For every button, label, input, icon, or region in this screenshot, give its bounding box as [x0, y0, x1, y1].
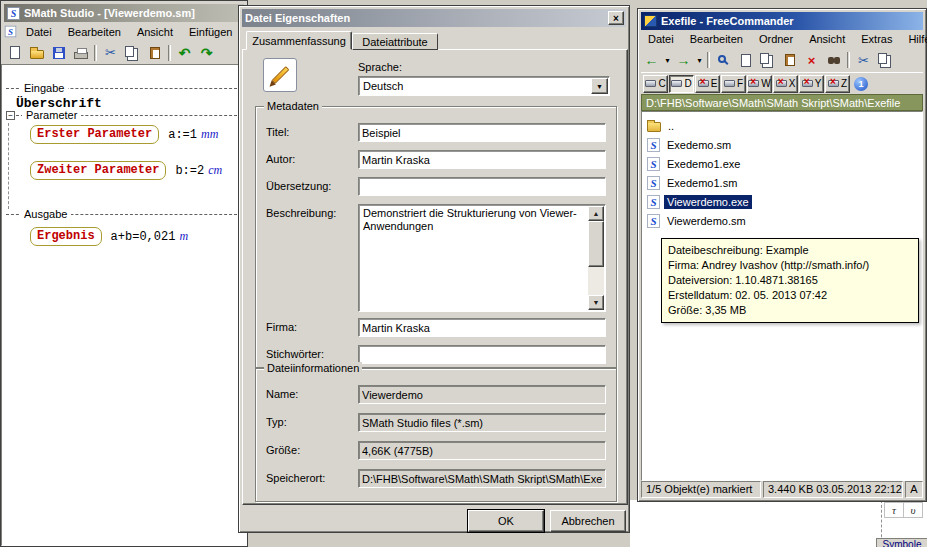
scroll-thumb[interactable] [588, 221, 604, 267]
math-region[interactable]: Zweiter Parameter b:=2 cm [30, 161, 222, 180]
open-file-button[interactable] [26, 43, 47, 63]
drive-button-y[interactable]: Y [799, 75, 824, 93]
drive-letter: W [761, 78, 770, 89]
file-row[interactable]: Exedemo1.sm [642, 173, 922, 192]
menu-bearbeiten[interactable]: Bearbeiten [683, 31, 750, 47]
math-expression[interactable]: a:=1 [168, 128, 197, 142]
math-region[interactable]: Erster Parameter a:=1 mm [30, 125, 218, 144]
drive-button-c[interactable]: C [643, 75, 668, 93]
drive-button-d[interactable]: D [669, 75, 694, 93]
copy-button[interactable] [122, 43, 143, 63]
edit-button[interactable] [735, 50, 756, 70]
drive-button-e[interactable]: E [695, 75, 720, 93]
math-unit: mm [201, 127, 218, 142]
save-button[interactable] [48, 43, 69, 63]
row-uebersetzung: Übersetzung: [266, 177, 606, 197]
beschreibung-textarea[interactable]: Demonstriert die Strukturierung von View… [358, 204, 606, 312]
cancel-button[interactable]: Abbrechen [550, 510, 626, 532]
smath-titlebar[interactable]: SMath Studio - [Viewerdemo.sm] [4, 4, 244, 22]
cut-button[interactable]: ✂ [100, 43, 121, 63]
region-label-box[interactable]: Erster Parameter [30, 125, 159, 144]
file-row-selected[interactable]: Viewerdemo.exe [642, 192, 922, 211]
copy-to-clipboard-button[interactable] [875, 50, 896, 70]
math-region[interactable]: Ergebnis a+b=0,021 m [30, 227, 188, 246]
smath-file-icon [647, 195, 660, 209]
copy-button[interactable] [757, 50, 778, 70]
menu-einfuegen[interactable]: Einfügen [182, 24, 239, 40]
open-folder-icon [30, 50, 44, 59]
region-label-box[interactable]: Zweiter Parameter [30, 161, 166, 180]
fc-titlebar[interactable]: Exefile - FreeCommander [641, 12, 923, 30]
math-expression[interactable]: b:=2 [175, 164, 204, 178]
menu-extras[interactable]: Extras [854, 31, 899, 47]
scrollbar[interactable]: ▲ ▼ [588, 206, 604, 310]
file-row[interactable]: Exedemo1.exe [642, 154, 922, 173]
tab-dateiattribute[interactable]: Dateiattribute [352, 33, 438, 50]
binoculars-icon [828, 57, 834, 64]
drive-icon [748, 80, 759, 87]
palette-symbol-button[interactable]: τ [884, 502, 904, 518]
menu-ordner[interactable]: Ordner [752, 31, 800, 47]
palette-symbol-button[interactable]: υ [903, 502, 923, 518]
drive-button-f[interactable]: F [721, 75, 746, 93]
file-row-parent[interactable]: .. [642, 116, 922, 135]
beschreibung-label: Beschreibung: [266, 207, 336, 219]
drive-button-w[interactable]: W [747, 75, 772, 93]
file-row[interactable]: Exedemo.sm [642, 135, 922, 154]
file-row[interactable]: Viewerdemo.sm [642, 211, 922, 230]
combo-dropdown-button[interactable]: ▼ [591, 78, 608, 94]
network-icon[interactable]: 1 [854, 77, 868, 91]
drive-icon [802, 80, 813, 87]
scroll-up-button[interactable]: ▲ [588, 206, 604, 221]
autor-input[interactable] [358, 150, 606, 169]
uebersetzung-input[interactable] [358, 177, 606, 196]
drive-button-x[interactable]: X [773, 75, 798, 93]
collapse-toggle[interactable]: − [6, 111, 15, 120]
speicherort-label: Speicherort: [266, 472, 325, 484]
sprache-combobox[interactable]: Deutsch ▼ [358, 76, 610, 96]
dialog-titlebar[interactable]: Datei Eigenschaften [242, 9, 626, 27]
print-button[interactable] [70, 43, 91, 63]
math-unit: cm [208, 163, 222, 178]
firma-label: Firma: [266, 321, 297, 333]
close-button[interactable]: × [608, 11, 624, 25]
region-label-box[interactable]: Ergebnis [30, 227, 102, 246]
ok-button[interactable]: OK [468, 510, 544, 532]
palette-section-symbole[interactable]: Symbole [876, 538, 927, 547]
edit-pencil-icon [263, 58, 297, 92]
scroll-down-button[interactable]: ▼ [588, 295, 604, 310]
paste-button[interactable] [779, 50, 800, 70]
menu-hilfe[interactable]: Hilfe [901, 31, 927, 47]
forward-button[interactable]: → [673, 50, 694, 70]
back-button[interactable]: ← [641, 50, 662, 70]
forward-history-dropdown[interactable]: ▾ [695, 50, 704, 70]
math-expression[interactable]: a+b=0,021 [111, 230, 176, 244]
drive-button-z[interactable]: Z [825, 75, 850, 93]
row-firma: Firma: [266, 318, 606, 338]
back-history-dropdown[interactable]: ▾ [663, 50, 672, 70]
metadaten-legend: Metadaten [264, 100, 322, 113]
menu-ansicht[interactable]: Ansicht [130, 24, 180, 40]
redo-button[interactable]: ↷ [196, 43, 217, 63]
firma-input[interactable] [358, 318, 606, 337]
cut-button[interactable]: ✂ [853, 50, 874, 70]
smath-background-worksheet: τ υ Symbole [630, 500, 927, 547]
menu-datei[interactable]: Datei [641, 31, 681, 47]
paste-button[interactable] [144, 43, 165, 63]
search-button[interactable] [823, 50, 844, 70]
file-name: Viewerdemo.exe [664, 195, 752, 209]
new-file-button[interactable] [4, 43, 25, 63]
menu-bearbeiten[interactable]: Bearbeiten [61, 24, 128, 40]
tab-zusammenfassung[interactable]: Zusammenfassung [246, 31, 352, 50]
path-bar[interactable]: D:\FHB\Software\SMath\SMath Skript\SMath… [641, 94, 923, 111]
toolbar-separator [94, 45, 97, 61]
menu-ansicht[interactable]: Ansicht [802, 31, 852, 47]
smath-worksheet[interactable]: Eingabe Überschrift − Parameter Erster P… [1, 64, 247, 546]
titel-input[interactable] [358, 123, 606, 142]
delete-button[interactable]: × [801, 50, 822, 70]
view-button[interactable] [713, 50, 734, 70]
stichwoerter-input[interactable] [358, 345, 606, 364]
delete-icon: × [808, 53, 816, 68]
menu-datei[interactable]: Datei [19, 24, 59, 40]
undo-button[interactable]: ↶ [174, 43, 195, 63]
